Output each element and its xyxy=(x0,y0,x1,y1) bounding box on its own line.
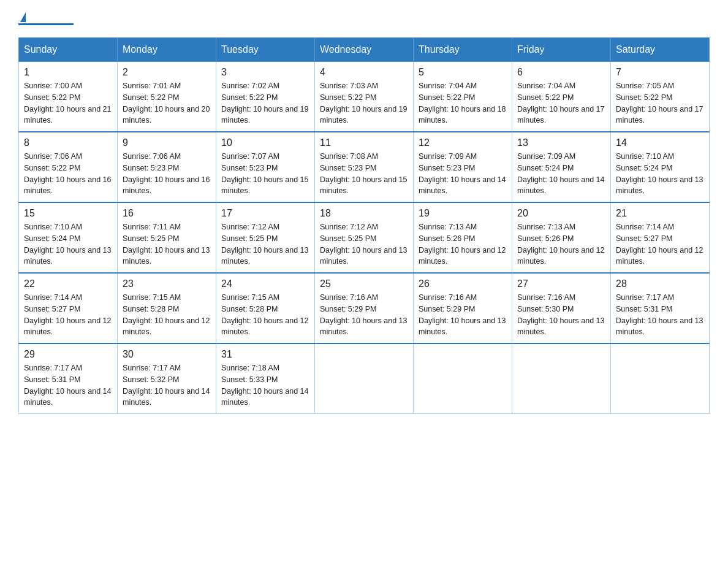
day-number: 20 xyxy=(517,208,605,219)
day-info: Sunrise: 7:10 AMSunset: 5:24 PMDaylight:… xyxy=(616,151,704,197)
day-info: Sunrise: 7:14 AMSunset: 5:27 PMDaylight:… xyxy=(616,221,704,267)
day-number: 5 xyxy=(419,67,507,78)
day-number: 23 xyxy=(123,278,211,289)
calendar-cell: 11 Sunrise: 7:08 AMSunset: 5:23 PMDaylig… xyxy=(315,132,414,202)
day-info: Sunrise: 7:17 AMSunset: 5:32 PMDaylight:… xyxy=(123,362,211,408)
day-info: Sunrise: 7:00 AMSunset: 5:22 PMDaylight:… xyxy=(24,80,112,126)
day-info: Sunrise: 7:05 AMSunset: 5:22 PMDaylight:… xyxy=(616,80,704,126)
logo-underline xyxy=(18,23,74,25)
col-header-wednesday: Wednesday xyxy=(315,38,414,62)
day-info: Sunrise: 7:03 AMSunset: 5:22 PMDaylight:… xyxy=(320,80,408,126)
day-number: 12 xyxy=(419,137,507,148)
calendar-cell: 9 Sunrise: 7:06 AMSunset: 5:23 PMDayligh… xyxy=(118,132,216,202)
calendar-cell: 23 Sunrise: 7:15 AMSunset: 5:28 PMDaylig… xyxy=(118,273,216,343)
calendar-cell: 30 Sunrise: 7:17 AMSunset: 5:32 PMDaylig… xyxy=(118,343,216,414)
day-number: 7 xyxy=(616,67,704,78)
calendar-cell: 26 Sunrise: 7:16 AMSunset: 5:29 PMDaylig… xyxy=(414,273,512,343)
day-number: 26 xyxy=(419,278,507,289)
day-info: Sunrise: 7:15 AMSunset: 5:28 PMDaylight:… xyxy=(221,292,309,338)
day-info: Sunrise: 7:16 AMSunset: 5:30 PMDaylight:… xyxy=(517,292,605,338)
calendar-cell: 17 Sunrise: 7:12 AMSunset: 5:25 PMDaylig… xyxy=(216,202,315,273)
day-info: Sunrise: 7:09 AMSunset: 5:23 PMDaylight:… xyxy=(419,151,507,197)
col-header-monday: Monday xyxy=(118,38,216,62)
day-info: Sunrise: 7:12 AMSunset: 5:25 PMDaylight:… xyxy=(320,221,408,267)
calendar-cell: 29 Sunrise: 7:17 AMSunset: 5:31 PMDaylig… xyxy=(19,343,118,414)
day-info: Sunrise: 7:13 AMSunset: 5:26 PMDaylight:… xyxy=(517,221,605,267)
day-number: 24 xyxy=(221,278,309,289)
day-info: Sunrise: 7:14 AMSunset: 5:27 PMDaylight:… xyxy=(24,292,112,338)
day-info: Sunrise: 7:13 AMSunset: 5:26 PMDaylight:… xyxy=(419,221,507,267)
day-number: 22 xyxy=(24,278,112,289)
day-info: Sunrise: 7:15 AMSunset: 5:28 PMDaylight:… xyxy=(123,292,211,338)
day-number: 6 xyxy=(517,67,605,78)
day-info: Sunrise: 7:09 AMSunset: 5:24 PMDaylight:… xyxy=(517,151,605,197)
page-header xyxy=(18,12,710,25)
calendar-cell: 24 Sunrise: 7:15 AMSunset: 5:28 PMDaylig… xyxy=(216,273,315,343)
day-number: 21 xyxy=(616,208,704,219)
day-header-row: SundayMondayTuesdayWednesdayThursdayFrid… xyxy=(19,38,710,62)
day-info: Sunrise: 7:04 AMSunset: 5:22 PMDaylight:… xyxy=(517,80,605,126)
day-info: Sunrise: 7:16 AMSunset: 5:29 PMDaylight:… xyxy=(320,292,408,338)
calendar-cell: 1 Sunrise: 7:00 AMSunset: 5:22 PMDayligh… xyxy=(19,62,118,132)
calendar-cell: 20 Sunrise: 7:13 AMSunset: 5:26 PMDaylig… xyxy=(512,202,611,273)
week-row-2: 8 Sunrise: 7:06 AMSunset: 5:22 PMDayligh… xyxy=(19,132,710,202)
day-number: 4 xyxy=(320,67,408,78)
calendar-cell: 5 Sunrise: 7:04 AMSunset: 5:22 PMDayligh… xyxy=(414,62,512,132)
day-number: 10 xyxy=(221,137,309,148)
calendar-cell: 31 Sunrise: 7:18 AMSunset: 5:33 PMDaylig… xyxy=(216,343,315,414)
week-row-3: 15 Sunrise: 7:10 AMSunset: 5:24 PMDaylig… xyxy=(19,202,710,273)
day-number: 31 xyxy=(221,349,309,360)
col-header-friday: Friday xyxy=(512,38,611,62)
day-info: Sunrise: 7:06 AMSunset: 5:23 PMDaylight:… xyxy=(123,151,211,197)
calendar-table: SundayMondayTuesdayWednesdayThursdayFrid… xyxy=(18,37,710,414)
day-number: 29 xyxy=(24,349,112,360)
week-row-5: 29 Sunrise: 7:17 AMSunset: 5:31 PMDaylig… xyxy=(19,343,710,414)
col-header-tuesday: Tuesday xyxy=(216,38,315,62)
calendar-cell: 2 Sunrise: 7:01 AMSunset: 5:22 PMDayligh… xyxy=(118,62,216,132)
day-number: 3 xyxy=(221,67,309,78)
day-number: 18 xyxy=(320,208,408,219)
calendar-cell: 21 Sunrise: 7:14 AMSunset: 5:27 PMDaylig… xyxy=(611,202,710,273)
day-info: Sunrise: 7:17 AMSunset: 5:31 PMDaylight:… xyxy=(616,292,704,338)
day-number: 9 xyxy=(123,137,211,148)
calendar-cell: 28 Sunrise: 7:17 AMSunset: 5:31 PMDaylig… xyxy=(611,273,710,343)
calendar-cell: 4 Sunrise: 7:03 AMSunset: 5:22 PMDayligh… xyxy=(315,62,414,132)
day-info: Sunrise: 7:18 AMSunset: 5:33 PMDaylight:… xyxy=(221,362,309,408)
day-number: 15 xyxy=(24,208,112,219)
day-number: 27 xyxy=(517,278,605,289)
day-number: 8 xyxy=(24,137,112,148)
logo-triangle-icon xyxy=(20,12,26,22)
calendar-cell xyxy=(512,343,611,414)
day-number: 25 xyxy=(320,278,408,289)
day-number: 19 xyxy=(419,208,507,219)
calendar-cell xyxy=(611,343,710,414)
day-info: Sunrise: 7:17 AMSunset: 5:31 PMDaylight:… xyxy=(24,362,112,408)
calendar-cell: 15 Sunrise: 7:10 AMSunset: 5:24 PMDaylig… xyxy=(19,202,118,273)
day-info: Sunrise: 7:04 AMSunset: 5:22 PMDaylight:… xyxy=(419,80,507,126)
calendar-cell: 12 Sunrise: 7:09 AMSunset: 5:23 PMDaylig… xyxy=(414,132,512,202)
calendar-cell: 3 Sunrise: 7:02 AMSunset: 5:22 PMDayligh… xyxy=(216,62,315,132)
day-number: 30 xyxy=(123,349,211,360)
day-number: 28 xyxy=(616,278,704,289)
col-header-saturday: Saturday xyxy=(611,38,710,62)
calendar-cell: 8 Sunrise: 7:06 AMSunset: 5:22 PMDayligh… xyxy=(19,132,118,202)
day-number: 1 xyxy=(24,67,112,78)
col-header-sunday: Sunday xyxy=(19,38,118,62)
day-info: Sunrise: 7:08 AMSunset: 5:23 PMDaylight:… xyxy=(320,151,408,197)
calendar-cell: 19 Sunrise: 7:13 AMSunset: 5:26 PMDaylig… xyxy=(414,202,512,273)
day-number: 2 xyxy=(123,67,211,78)
day-info: Sunrise: 7:10 AMSunset: 5:24 PMDaylight:… xyxy=(24,221,112,267)
calendar-cell: 7 Sunrise: 7:05 AMSunset: 5:22 PMDayligh… xyxy=(611,62,710,132)
calendar-cell xyxy=(315,343,414,414)
calendar-cell: 16 Sunrise: 7:11 AMSunset: 5:25 PMDaylig… xyxy=(118,202,216,273)
week-row-4: 22 Sunrise: 7:14 AMSunset: 5:27 PMDaylig… xyxy=(19,273,710,343)
calendar-cell: 13 Sunrise: 7:09 AMSunset: 5:24 PMDaylig… xyxy=(512,132,611,202)
day-info: Sunrise: 7:11 AMSunset: 5:25 PMDaylight:… xyxy=(123,221,211,267)
day-number: 14 xyxy=(616,137,704,148)
calendar-cell: 10 Sunrise: 7:07 AMSunset: 5:23 PMDaylig… xyxy=(216,132,315,202)
day-info: Sunrise: 7:12 AMSunset: 5:25 PMDaylight:… xyxy=(221,221,309,267)
calendar-cell: 22 Sunrise: 7:14 AMSunset: 5:27 PMDaylig… xyxy=(19,273,118,343)
calendar-cell: 27 Sunrise: 7:16 AMSunset: 5:30 PMDaylig… xyxy=(512,273,611,343)
week-row-1: 1 Sunrise: 7:00 AMSunset: 5:22 PMDayligh… xyxy=(19,62,710,132)
calendar-cell: 14 Sunrise: 7:10 AMSunset: 5:24 PMDaylig… xyxy=(611,132,710,202)
